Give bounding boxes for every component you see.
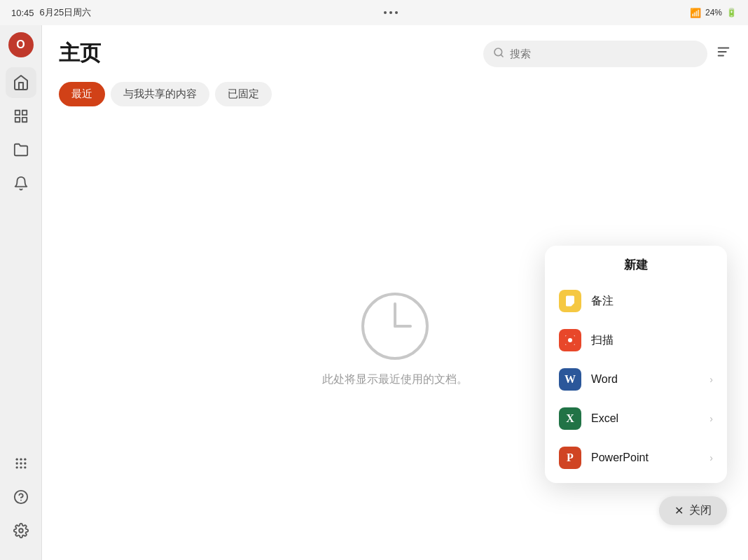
svg-line-17 <box>501 55 503 57</box>
status-left: 10:45 6月25日周六 <box>11 6 91 19</box>
sidebar-item-home[interactable] <box>6 67 36 98</box>
svg-point-9 <box>24 462 26 464</box>
word-arrow-icon: › <box>709 374 713 385</box>
sidebar-item-notifications[interactable] <box>6 168 36 199</box>
tab-pinned[interactable]: 已固定 <box>215 82 272 106</box>
svg-point-10 <box>15 466 18 468</box>
header: 主页 <box>59 39 731 68</box>
tab-recent[interactable]: 最近 <box>59 82 105 106</box>
svg-point-4 <box>15 458 18 461</box>
excel-icon: X <box>559 407 581 430</box>
popup-item-word[interactable]: W Word › <box>545 360 727 399</box>
battery-icon: 🔋 <box>726 8 737 18</box>
svg-point-15 <box>19 528 23 533</box>
new-document-popup: 新建 备注 扫描 W Word › X Excel › <box>545 246 727 483</box>
sticky-icon <box>559 290 581 312</box>
search-input[interactable] <box>510 48 698 59</box>
popup-title: 新建 <box>545 257 727 273</box>
battery-percent: 24% <box>705 8 722 18</box>
sidebar-item-help[interactable] <box>6 482 36 512</box>
sidebar-bottom <box>6 448 36 546</box>
svg-point-6 <box>24 458 26 461</box>
dot2 <box>389 11 392 14</box>
filter-icon[interactable] <box>716 44 731 63</box>
popup-item-scan[interactable]: 扫描 <box>545 321 727 360</box>
wifi-icon: 📶 <box>690 8 701 18</box>
svg-rect-3 <box>22 118 26 122</box>
excel-label: Excel <box>591 412 700 425</box>
close-x-icon: ✕ <box>674 504 684 517</box>
status-center <box>384 11 398 14</box>
sidebar: O <box>0 25 42 560</box>
svg-point-5 <box>20 458 22 461</box>
svg-point-12 <box>24 466 26 468</box>
ppt-label: PowerPoint <box>591 451 700 464</box>
scan-icon <box>559 329 581 351</box>
status-date: 6月25日周六 <box>40 6 92 19</box>
svg-rect-0 <box>15 111 19 115</box>
header-right <box>483 41 731 67</box>
svg-rect-2 <box>15 118 19 122</box>
dot1 <box>384 11 387 14</box>
scan-label: 扫描 <box>591 333 713 348</box>
svg-rect-1 <box>22 111 26 115</box>
popup-item-ppt[interactable]: P PowerPoint › <box>545 438 727 477</box>
tab-shared[interactable]: 与我共享的内容 <box>111 82 209 106</box>
clock-icon <box>360 291 430 361</box>
sidebar-item-grid[interactable] <box>6 448 36 479</box>
empty-state-text: 此处将显示最近使用的文档。 <box>322 372 468 387</box>
word-icon: W <box>559 368 581 391</box>
search-bar[interactable] <box>483 41 707 67</box>
page-title: 主页 <box>59 39 101 68</box>
user-avatar[interactable]: O <box>8 32 34 57</box>
excel-arrow-icon: › <box>709 413 713 424</box>
popup-item-excel[interactable]: X Excel › <box>545 399 727 438</box>
ppt-icon: P <box>559 447 581 469</box>
sidebar-item-files[interactable] <box>6 134 36 165</box>
svg-point-8 <box>20 462 22 464</box>
status-bar: 10:45 6月25日周六 📶 24% 🔋 <box>0 0 748 25</box>
close-label: 关闭 <box>689 503 712 518</box>
tab-bar: 最近 与我共享的内容 已固定 <box>59 82 731 106</box>
svg-point-7 <box>15 462 18 464</box>
sidebar-item-settings[interactable] <box>6 515 36 546</box>
status-time: 10:45 <box>11 8 34 18</box>
status-right: 📶 24% 🔋 <box>690 8 737 18</box>
svg-point-24 <box>568 338 572 342</box>
sticky-label: 备注 <box>591 294 713 309</box>
svg-point-11 <box>20 466 22 468</box>
popup-item-sticky[interactable]: 备注 <box>545 281 727 321</box>
dot3 <box>395 11 398 14</box>
sidebar-item-apps[interactable] <box>6 101 36 132</box>
ppt-arrow-icon: › <box>709 452 713 463</box>
word-label: Word <box>591 373 700 386</box>
search-icon <box>493 47 504 60</box>
close-button[interactable]: ✕ 关闭 <box>659 496 727 525</box>
